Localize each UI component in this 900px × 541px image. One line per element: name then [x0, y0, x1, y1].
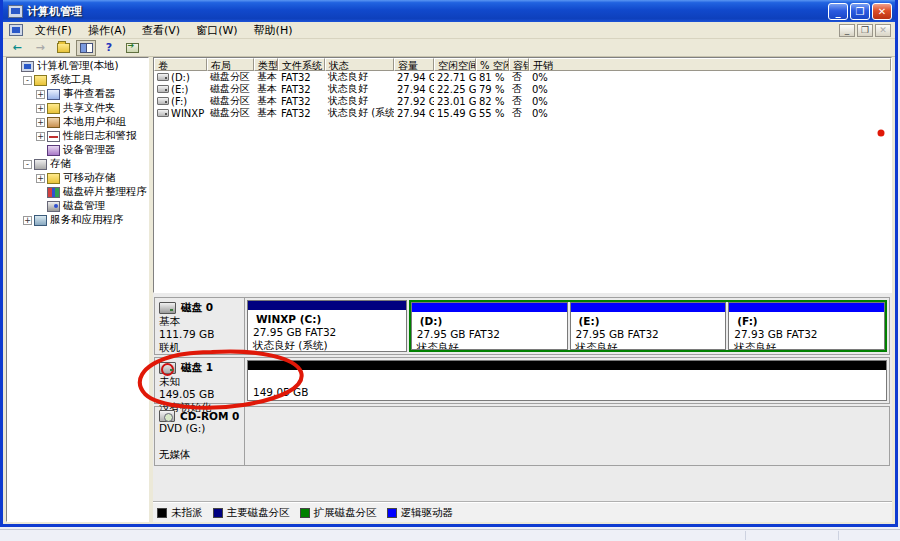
cell-text: 27.94 GB	[397, 108, 434, 119]
minimize-button[interactable]: _	[828, 3, 848, 20]
legend-swatch	[300, 508, 310, 518]
cell-text: 0%	[532, 108, 548, 119]
disk-info-line: 未知	[159, 375, 240, 388]
child-minimize-button[interactable]: _	[839, 24, 855, 37]
tree-expander[interactable]: -	[23, 76, 32, 85]
table-row[interactable]: WINXP (C:)磁盘分区基本FAT32状态良好 (系统)27.94 GB15…	[154, 107, 891, 119]
help-icon[interactable]: ?	[99, 40, 119, 56]
tree-expander[interactable]: +	[36, 174, 45, 183]
volume-icon	[157, 109, 169, 117]
child-close-button[interactable]: ✕	[875, 24, 891, 37]
logical-stripe	[729, 303, 884, 312]
legend-label: 未指派	[171, 506, 203, 520]
partition-area: 149.05 GB未指派	[245, 358, 889, 403]
tree-item-disk-mgmt[interactable]: 磁盘管理	[7, 199, 148, 213]
tree-item-event-viewer[interactable]: +事件查看器	[7, 87, 148, 101]
primary-segment[interactable]: WINXP (C:)27.95 GB FAT32状态良好 (系统)	[247, 300, 407, 352]
logical-segment[interactable]: (E:)27.95 GB FAT32状态良好	[570, 302, 727, 350]
column-header-7[interactable]: % 空闲	[476, 58, 509, 71]
menu-2[interactable]: 查看(V)	[134, 22, 188, 39]
cell-8: 否	[509, 106, 529, 120]
up-folder-icon[interactable]	[53, 40, 73, 56]
tree-item-computer[interactable]: 计算机管理(本地)	[7, 59, 148, 73]
export-list-icon[interactable]	[122, 40, 142, 56]
primary-stripe	[248, 301, 406, 310]
disk-info-line: 无媒体	[159, 448, 240, 461]
titlebar[interactable]: 计算机管理 _❐✕	[3, 0, 895, 22]
partition-size: 27.95 GB FAT32	[571, 327, 726, 340]
disk-header-1[interactable]: 磁盘 1未知149.05 GB没有初始化	[155, 358, 245, 403]
child-restore-button[interactable]: ❐	[857, 24, 873, 37]
cell-5: 27.94 GB	[394, 72, 434, 83]
cell-text: FAT32	[281, 96, 311, 107]
tree-item-folder-tools[interactable]: -系统工具	[7, 73, 148, 87]
disk-row-0[interactable]: 磁盘 0基本111.79 GB联机WINXP (C:)27.95 GB FAT3…	[154, 297, 890, 355]
cell-text: 22.25 GB	[437, 84, 476, 95]
column-header-9[interactable]: 开销	[529, 58, 891, 71]
volume-icon	[157, 85, 169, 93]
legend-item: 扩展磁盘分区	[300, 506, 377, 520]
tree-item-performance[interactable]: +性能日志和警报	[7, 129, 148, 143]
console-body: 计算机管理(本地)-系统工具+事件查看器+共享文件夹+本地用户和组+性能日志和警…	[6, 57, 892, 522]
cell-text: 否	[512, 106, 522, 120]
partition-status: 状态良好 (系统)	[248, 338, 406, 352]
tree-item-label: 设备管理器	[63, 143, 116, 157]
mdi-child-icon[interactable]	[9, 24, 23, 36]
disk-name: CD-ROM 0	[180, 410, 239, 422]
tree-expander[interactable]: -	[23, 160, 32, 169]
tree-item-shared-folders[interactable]: +共享文件夹	[7, 101, 148, 115]
disk-info-line: DVD (G:)	[159, 422, 240, 435]
graphical-view: 磁盘 0基本111.79 GB联机WINXP (C:)27.95 GB FAT3…	[153, 293, 892, 502]
console-tree[interactable]: 计算机管理(本地)-系统工具+事件查看器+共享文件夹+本地用户和组+性能日志和警…	[6, 57, 149, 522]
cell-text: 0%	[532, 84, 548, 95]
menu-1[interactable]: 操作(A)	[80, 22, 134, 39]
tree-expander[interactable]: +	[36, 118, 45, 127]
tree-item-label: 事件查看器	[63, 87, 116, 101]
tree-expander[interactable]: +	[36, 104, 45, 113]
restore-button[interactable]: ❐	[850, 3, 870, 20]
tree-item-device-manager[interactable]: 设备管理器	[7, 143, 148, 157]
cell-text: 0%	[532, 96, 548, 107]
column-header-0[interactable]: 卷	[154, 58, 207, 71]
extended-partition[interactable]: (D:)27.95 GB FAT32状态良好(E:)27.95 GB FAT32…	[409, 300, 887, 352]
disk-row-2[interactable]: CD-ROM 0DVD (G:) 无媒体	[154, 406, 890, 466]
logical-segment[interactable]: (F:)27.93 GB FAT32状态良好	[728, 302, 885, 350]
disk-info-line: 联机	[159, 341, 240, 354]
back-icon[interactable]: ←	[7, 40, 27, 56]
cell-text: 状态良好 (系统)	[328, 106, 394, 120]
menu-4[interactable]: 帮助(H)	[246, 22, 301, 39]
logical-segment[interactable]: (D:)27.95 GB FAT32状态良好	[411, 302, 568, 350]
menu-0[interactable]: 文件(F)	[27, 22, 80, 39]
forward-icon[interactable]: →	[30, 40, 50, 56]
tree-item-defrag[interactable]: 磁盘碎片整理程序	[7, 185, 148, 199]
disk-error-icon	[159, 362, 176, 374]
legend-swatch	[387, 508, 397, 518]
menu-3[interactable]: 窗口(W)	[188, 22, 245, 39]
column-header-5[interactable]: 容量	[394, 58, 434, 71]
tree-item-storage[interactable]: -存储	[7, 157, 148, 171]
close-button[interactable]: ✕	[872, 3, 892, 20]
tree-item-users[interactable]: +本地用户和组	[7, 115, 148, 129]
tree-item-label: 可移动存储	[63, 171, 116, 185]
show-hide-tree-icon[interactable]	[76, 40, 96, 56]
tree-item-label: 磁盘碎片整理程序	[63, 185, 147, 199]
unallocated-stripe	[248, 361, 886, 370]
cell-text: WINXP (C:)	[171, 108, 207, 119]
unallocated-segment[interactable]: 149.05 GB未指派	[247, 360, 887, 401]
tree-item-label: 磁盘管理	[63, 199, 105, 213]
legend-label: 扩展磁盘分区	[314, 506, 377, 520]
cell-text: 27.94 GB	[397, 84, 434, 95]
tree-expander[interactable]: +	[36, 90, 45, 99]
disk-header-0[interactable]: 磁盘 0基本111.79 GB联机	[155, 298, 245, 354]
tree-item-services[interactable]: +服务和应用程序	[7, 213, 148, 227]
tree-expander[interactable]: +	[36, 132, 45, 141]
disk-row-1[interactable]: 磁盘 1未知149.05 GB没有初始化 149.05 GB未指派	[154, 357, 890, 404]
tree-item-removable[interactable]: +可移动存储	[7, 171, 148, 185]
cell-text: 15.49 GB	[437, 108, 476, 119]
volume-list[interactable]: 卷布局类型文件系统状态容量空闲空间% 空闲容错开销(D:)磁盘分区基本FAT32…	[153, 57, 892, 293]
column-header-3[interactable]: 文件系统	[278, 58, 325, 71]
column-header-6[interactable]: 空闲空间	[434, 58, 476, 71]
disk-header-2[interactable]: CD-ROM 0DVD (G:) 无媒体	[155, 407, 245, 465]
tree-expander[interactable]: +	[23, 216, 32, 225]
empty-media-area	[247, 409, 887, 463]
